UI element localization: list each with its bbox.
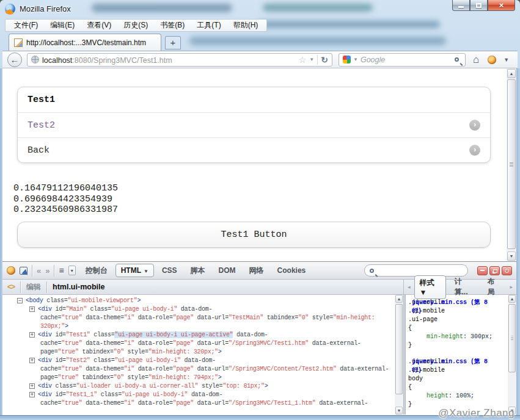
toolbar-overflow-icon[interactable]: ▼ xyxy=(504,57,509,63)
tree-line[interactable]: −<body class="ui-mobile-viewport"> xyxy=(2,297,395,305)
breadcrumb[interactable]: html.ui-mobile xyxy=(53,283,104,291)
css-selector-line: .ui-mobilejquery….min.css (第 8 xyxy=(408,299,508,307)
menu-item-书签B[interactable]: 书签(B) xyxy=(154,19,191,32)
chevron-right-icon: › xyxy=(469,120,480,131)
tree-value: "Main" xyxy=(66,306,87,313)
tabs-scroll-right-icon[interactable]: ▸ xyxy=(510,284,513,290)
css-panel-scrollbar[interactable]: ▲ ▼ xyxy=(508,295,516,415)
css-file-link[interactable]: 行) xyxy=(412,307,422,316)
tree-expander-expand-icon[interactable]: + xyxy=(29,392,35,397)
home-button-icon[interactable]: ⌂ xyxy=(473,54,479,65)
scrollbar-thumb[interactable] xyxy=(507,79,516,249)
tree-line[interactable]: page="true" tabindex="0" style="min-heig… xyxy=(2,374,395,382)
firebug-detach-button[interactable] xyxy=(489,266,500,275)
new-tab-button[interactable]: + xyxy=(165,36,181,49)
scroll-up-icon[interactable]: ▲ xyxy=(507,69,516,78)
browser-tab[interactable]: http://localhost:...3MVC/testmain.htm xyxy=(9,34,161,51)
firebug-tab-控制台[interactable]: 控制台 xyxy=(80,263,113,278)
tree-line[interactable]: +<div id="Test2" class="ui-page ui-body-… xyxy=(2,357,395,365)
tree-attr: data-theme= xyxy=(82,340,123,347)
code-brackets-icon[interactable]: <> xyxy=(7,283,15,291)
tree-line[interactable]: 320px;"> xyxy=(2,322,395,331)
tree-line[interactable]: cache="true" data-theme="i" data-role="p… xyxy=(2,339,395,348)
tabs-scroll-left-icon[interactable]: ◂ xyxy=(408,284,411,290)
firebug-tab-HTML[interactable]: HTML▼ xyxy=(115,264,154,277)
firebug-tab-Cookies[interactable]: Cookies xyxy=(272,264,312,277)
tree-value: "true" xyxy=(61,366,82,372)
scroll-up-icon[interactable]: ▲ xyxy=(395,295,403,303)
tree-line[interactable]: cache="true" data-theme="i" data-role="p… xyxy=(2,365,395,374)
tree-expander-expand-icon[interactable]: + xyxy=(29,332,35,338)
url-dropdown-icon[interactable]: ▼ xyxy=(309,57,314,62)
maximize-button[interactable] xyxy=(470,0,488,11)
firebug-tab-CSS[interactable]: CSS xyxy=(156,264,183,277)
firebug-tab-脚本[interactable]: 脚本 xyxy=(185,263,211,278)
scrollbar-thumb[interactable] xyxy=(508,304,516,372)
site-identity-globe-icon[interactable] xyxy=(31,56,39,63)
firebug-close-button[interactable] xyxy=(502,266,512,275)
firebug-tab-DOM[interactable]: DOM xyxy=(213,264,241,277)
menu-item-编辑E[interactable]: 编辑(E) xyxy=(44,19,81,32)
tree-line[interactable]: cache="true" data-theme="i" data-role="p… xyxy=(2,399,395,408)
menu-item-工具T[interactable]: 工具(T) xyxy=(191,19,227,32)
tree-line[interactable]: +<div class="ui-loader ui-body-a ui-corn… xyxy=(2,382,395,391)
tree-attr: data-dom- xyxy=(188,391,222,398)
tree-attr: tabindex= xyxy=(79,349,114,355)
history-forward-icon[interactable]: » xyxy=(45,267,49,275)
list-item-test2[interactable]: Test2 › xyxy=(18,112,490,137)
google-logo-icon[interactable] xyxy=(343,56,351,63)
tree-tag: > xyxy=(65,323,68,330)
glass-blur-decoration xyxy=(189,37,446,45)
tree-expander-expand-icon[interactable]: + xyxy=(29,383,35,389)
menu-item-历史S[interactable]: 历史(S) xyxy=(117,19,154,32)
html-breadcrumb-bar: <> 编辑 html.ui-mobile xyxy=(2,280,403,294)
tree-line[interactable]: +<div id="Main" class="ui-page ui-body-i… xyxy=(2,305,395,314)
scrollbar-thumb[interactable] xyxy=(395,304,403,394)
bookmark-star-icon[interactable]: ☆ xyxy=(299,56,307,64)
chevron-right-icon: › xyxy=(469,145,480,156)
back-button[interactable]: ← xyxy=(7,52,22,67)
tree-line[interactable]: +<div id="Test1_1" class="ui-page ui-bod… xyxy=(2,391,395,399)
tree-expander-collapse-icon[interactable]: − xyxy=(17,298,23,303)
tab-favicon-icon xyxy=(14,38,23,47)
css-file-link[interactable]: 行) xyxy=(412,366,422,375)
search-engine-dropdown-icon[interactable]: ▼ xyxy=(353,57,358,62)
menu-item-帮助H[interactable]: 帮助(H) xyxy=(227,19,265,32)
css-file-link[interactable]: jquery….min.css (第 8 xyxy=(412,299,488,307)
search-bar[interactable]: ▼ Google xyxy=(339,53,466,67)
list-item-back[interactable]: Back › xyxy=(18,137,490,162)
url-bar[interactable]: localhost:8080/Spring3MVC/Test1.htm ☆ ▼ … xyxy=(27,53,332,67)
divider xyxy=(317,55,318,65)
firebug-minimize-button[interactable] xyxy=(477,266,488,275)
panel-list-dropdown-icon[interactable]: ▼ xyxy=(68,266,76,275)
edit-button[interactable]: 编辑 xyxy=(26,282,41,292)
inspect-element-icon[interactable] xyxy=(20,267,27,275)
search-magnifier-icon[interactable] xyxy=(455,57,459,62)
tree-expander-expand-icon[interactable]: + xyxy=(29,306,35,312)
html-tree-scrollbar[interactable]: ▲ ▼ xyxy=(395,295,403,415)
tree-line[interactable]: cache="true" data-theme="i" data-role="p… xyxy=(2,314,395,322)
page-scrollbar[interactable]: ▲ ▼ xyxy=(507,68,516,261)
scroll-down-icon[interactable]: ▼ xyxy=(507,252,516,261)
reload-icon[interactable]: ↻ xyxy=(321,56,328,64)
tab-label: 布局 xyxy=(488,277,495,296)
css-file-link[interactable]: jquery….min.css (第 8 xyxy=(412,358,488,366)
tree-line[interactable]: page="true" tabindex="0" style="min-heig… xyxy=(2,348,395,357)
page-content: Test1 Test2 › Back › 0.16479112196040135… xyxy=(2,68,516,261)
divider xyxy=(20,281,21,293)
test1-button[interactable]: Test1 Button xyxy=(17,222,491,248)
firebug-menu-icon[interactable] xyxy=(7,266,15,275)
close-button[interactable]: × xyxy=(488,0,515,11)
history-back-icon[interactable]: « xyxy=(37,267,41,275)
minimize-button[interactable] xyxy=(452,0,470,11)
scroll-down-icon[interactable]: ▼ xyxy=(395,407,403,415)
list-item-label: Test2 xyxy=(27,120,55,131)
scroll-up-icon[interactable]: ▲ xyxy=(508,295,516,303)
tree-expander-expand-icon[interactable]: + xyxy=(29,358,35,363)
menu-item-查看V[interactable]: 查看(V) xyxy=(81,19,117,32)
panel-list-icon[interactable]: ≡ xyxy=(59,266,64,275)
firebug-tab-网络[interactable]: 网络 xyxy=(244,263,269,278)
menu-item-文件F[interactable]: 文件(F) xyxy=(8,19,44,32)
tree-line[interactable]: +<div id="Test1" class="ui-page ui-body-… xyxy=(2,331,395,339)
firebug-toolbar-icon[interactable] xyxy=(488,56,496,64)
